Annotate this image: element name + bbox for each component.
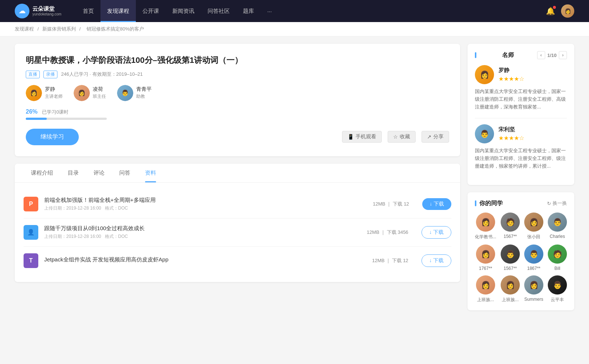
sidebar: 名师 ‹ 1/10 › 👩 罗静 ★★★★☆ 国内某重点大学安全工程专业硕士，国… — [468, 44, 574, 318]
download-btn-3[interactable]: ↓ 下载 — [422, 254, 451, 267]
divider — [475, 118, 567, 118]
student-12: 👨 云平丰 — [548, 275, 567, 303]
student-4: 👨 Charles — [548, 213, 567, 240]
nav-discover[interactable]: 发现课程 — [100, 0, 136, 22]
teacher-2-role: 班主任 — [93, 93, 106, 100]
tab-resource[interactable]: 资料 — [138, 164, 163, 182]
student-8: 🧑 Bill — [548, 245, 567, 271]
resource-stats-3: 12MB ｜ 下载 12 — [372, 257, 408, 264]
course-card: 明星中教授课，小学阶段语法100分–强化级第1讲动词（一） 直播 录播 246人… — [15, 44, 460, 156]
student-4-name: Charles — [550, 234, 565, 239]
nav-news[interactable]: 新闻资讯 — [166, 0, 201, 22]
students-title: 你的同学 — [475, 200, 503, 207]
student-3-avatar: 👩 — [524, 213, 543, 232]
teacher-1-avatar: 👩 — [26, 85, 42, 101]
teacher-3-name: 青青平 — [136, 86, 152, 93]
teachers-row: 👩 罗静 主讲老师 👩 凌荷 班主任 👨 青青平 — [26, 85, 449, 101]
nav-more[interactable]: ··· — [261, 0, 279, 22]
teacher-2: 👩 凌荷 班主任 — [74, 85, 106, 101]
student-6: 👨 1567** — [501, 245, 520, 271]
sidebar-teacher-2-desc: 国内某重点大学安全工程专业硕士，国家一级注册消防工程师、注册安全工程师、级注册建… — [475, 147, 567, 170]
resource-item-3: T Jetpack全组件实战 开发短视频应用高仿皮皮虾App 12MB ｜ 下载… — [24, 247, 451, 275]
student-3: 👩 张小田 — [524, 213, 543, 240]
refresh-button[interactable]: ↻ 换一换 — [547, 200, 567, 207]
resource-stats-2: 12MB ｜ 下载 3456 — [367, 229, 408, 236]
resource-title-2: 跟随千万级项目从0到100全过程高效成长 — [44, 225, 361, 232]
teacher-2-avatar: 👩 — [74, 85, 90, 101]
student-6-avatar: 👨 — [501, 245, 520, 264]
student-6-name: 1567** — [504, 266, 517, 271]
course-meta: 直播 录播 246人已学习 · 有效期至：2019–10–21 — [26, 71, 449, 78]
breadcrumb-series[interactable]: 新媒体营销系列 — [42, 26, 76, 32]
header-right: 🔔 👩 — [546, 4, 574, 18]
teacher-1: 👩 罗静 主讲老师 — [26, 85, 63, 101]
logo-text: 云朵课堂 yundoketang.com — [32, 6, 61, 17]
student-7-name: 1867** — [527, 266, 540, 271]
continue-button[interactable]: 继续学习 — [26, 129, 79, 145]
resource-icon-2: 👤 — [24, 225, 38, 240]
sidebar-teacher-2-name: 宋利坚 — [498, 126, 524, 133]
phone-watch-button[interactable]: 📱 手机观看 — [342, 131, 382, 143]
nav-home[interactable]: 首页 — [76, 0, 100, 22]
student-11-name: Summers — [524, 297, 543, 302]
tab-review[interactable]: 评论 — [86, 164, 112, 182]
nav-open[interactable]: 公开课 — [136, 0, 166, 22]
course-meta-text: 246人已学习 · 有效期至：2019–10–21 — [61, 71, 143, 78]
students-card: 你的同学 ↻ 换一换 👩 化学教书... 🧑 1567** 👩 张小田 — [468, 192, 574, 310]
teachers-pagination: ‹ 1/10 › — [537, 51, 567, 59]
teacher-3-role: 助教 — [136, 93, 152, 100]
tag-live: 直播 — [26, 71, 40, 78]
resource-info-3: Jetpack全组件实战 开发短视频应用高仿皮皮虾App — [44, 256, 366, 265]
course-title: 明星中教授课，小学阶段语法100分–强化级第1讲动词（一） — [26, 55, 449, 66]
next-page-btn[interactable]: › — [559, 51, 567, 59]
tab-content-resource: P 前端全栈加强版！前端全栈+全周期+多端应用 上传日期：2019-12-28 … — [15, 183, 460, 282]
sidebar-teacher-2: 👨 宋利坚 ★★★★☆ 国内某重点大学安全工程专业硕士，国家一级注册消防工程师、… — [475, 124, 567, 170]
download-btn-2[interactable]: ↓ 下载 — [422, 226, 451, 239]
refresh-icon: ↻ — [547, 201, 551, 206]
progress-bar-fill — [26, 118, 47, 120]
teacher-1-role: 主讲老师 — [45, 93, 63, 100]
student-1-avatar: 👩 — [476, 213, 495, 232]
tab-catalog[interactable]: 目录 — [60, 164, 86, 182]
students-grid: 👩 化学教书... 🧑 1567** 👩 张小田 👨 Charles 👩 — [475, 213, 567, 303]
breadcrumb-discover[interactable]: 发现课程 — [15, 26, 34, 32]
student-1: 👩 化学教书... — [475, 213, 496, 240]
header: ☁ 云朵课堂 yundoketang.com 首页 发现课程 公开课 新闻资讯 … — [0, 0, 589, 22]
progress-label: 26% — [26, 108, 38, 115]
download-btn-1[interactable]: ↓ 下载 — [422, 198, 451, 210]
main-layout: 明星中教授课，小学阶段语法100分–强化级第1讲动词（一） 直播 录播 246人… — [0, 36, 589, 325]
logo[interactable]: ☁ 云朵课堂 yundoketang.com — [15, 4, 61, 18]
tag-record: 录播 — [43, 71, 57, 78]
action-btns: 📱 手机观看 ☆ 收藏 ↗ 分享 — [342, 131, 449, 143]
breadcrumb: 发现课程 / 新媒体营销系列 / 销冠修炼术搞定80%的客户 — [0, 22, 589, 36]
collect-button[interactable]: ☆ 收藏 — [388, 131, 416, 143]
student-7: 👨 1867** — [524, 245, 543, 271]
teachers-section-title: 名师 ‹ 1/10 › — [475, 51, 567, 59]
student-10-name: 上班族... — [502, 297, 519, 303]
resource-item-1: P 前端全栈加强版！前端全栈+全周期+多端应用 上传日期：2019-12-28 … — [24, 190, 451, 218]
tabs-header: 课程介绍 目录 评论 问答 资料 — [15, 164, 460, 183]
user-avatar[interactable]: 👩 — [561, 4, 574, 18]
bell-icon[interactable]: 🔔 — [546, 7, 555, 15]
student-5-name: 1767** — [479, 266, 492, 271]
tab-intro[interactable]: 课程介绍 — [24, 164, 60, 182]
student-10: 👩 上班族... — [501, 275, 520, 303]
student-9: 👩 上班族... — [475, 275, 496, 303]
resource-title-1: 前端全栈加强版！前端全栈+全周期+多端应用 — [44, 197, 367, 204]
teacher-2-name: 凌荷 — [93, 86, 106, 93]
prev-page-btn[interactable]: ‹ — [537, 51, 545, 59]
tab-qa[interactable]: 问答 — [112, 164, 138, 182]
notification-dot — [553, 6, 556, 9]
nav-quiz[interactable]: 题库 — [236, 0, 261, 22]
student-2: 🧑 1567** — [501, 213, 520, 240]
resource-title-3: Jetpack全组件实战 开发短视频应用高仿皮皮虾App — [44, 256, 366, 263]
student-4-avatar: 👨 — [548, 213, 567, 232]
progress-section: 26% 已学习0课时 — [26, 108, 449, 120]
resource-icon-1: P — [24, 197, 38, 211]
student-9-avatar: 👩 — [476, 275, 495, 295]
progress-bar-bg — [26, 118, 107, 120]
resource-stats-1: 12MB ｜ 下载 12 — [373, 201, 409, 207]
student-2-avatar: 🧑 — [501, 213, 520, 232]
share-button[interactable]: ↗ 分享 — [422, 131, 449, 143]
nav-qa[interactable]: 问答社区 — [201, 0, 236, 22]
